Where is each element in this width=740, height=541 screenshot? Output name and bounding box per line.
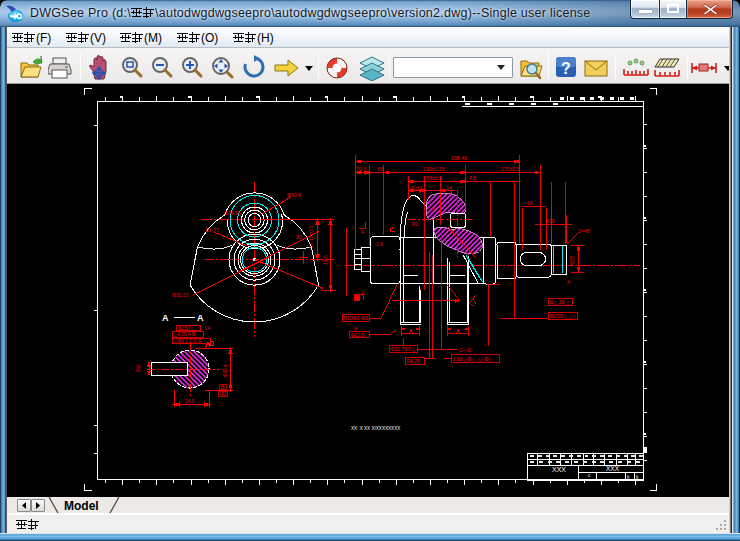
svg-text:Φ△ 25·△: Φ△ 25·△ [550, 299, 570, 305]
svg-text:70.6: 70.6 [356, 166, 366, 172]
svg-text:XXX: XXX [552, 466, 566, 473]
svg-text:Φ3: Φ3 [220, 392, 227, 397]
svg-text:59±0.5: 59±0.5 [426, 175, 442, 181]
svg-text:2×45°: 2×45° [578, 228, 591, 234]
svg-text:298.48: 298.48 [451, 155, 467, 161]
svg-text:Φ25: Φ25 [569, 255, 575, 265]
svg-text:30: 30 [296, 234, 302, 240]
svg-text:13.5: 13.5 [322, 255, 328, 265]
svg-text:Φ30.03: Φ30.03 [172, 292, 189, 298]
svg-text:b: b [636, 475, 639, 480]
svg-text:14: 14 [527, 200, 533, 206]
svg-text:1.6: 1.6 [376, 241, 383, 247]
svg-text:57.15±0.1: 57.15±0.1 [308, 226, 314, 248]
svg-text:14: 14 [446, 185, 452, 191]
svg-text:45: 45 [377, 166, 383, 172]
svg-text:h: h [627, 475, 630, 480]
svg-text:△0.05 A-B: △0.05 A-B [174, 332, 195, 337]
svg-text:B: B [320, 286, 324, 292]
svg-text:R4.76·: R4.76· [407, 358, 422, 364]
svg-text:Φ34.93: Φ34.93 [224, 210, 241, 216]
svg-text:a: a [354, 325, 357, 331]
svg-text:Φ31.75f7△: Φ31.75f7△ [391, 346, 416, 352]
svg-text:XXX: XXX [606, 465, 620, 472]
svg-text:A: A [567, 279, 571, 285]
svg-text:L4: L4 [205, 326, 211, 331]
svg-text:A: A [361, 291, 365, 297]
svg-text:1:10 △Φ△ △△Φ△: 1:10 △Φ△ △△Φ△ [453, 356, 493, 362]
svg-text:Φ20: Φ20 [545, 218, 555, 224]
svg-text:130±0.25: 130±0.25 [423, 166, 445, 172]
svg-text:Φ1.77: Φ1.77 [205, 227, 219, 233]
svg-text:c: c [588, 473, 591, 478]
svg-text:Φ25f7△ △△: Φ25f7△ △△ [550, 313, 577, 319]
svg-text:Φ25f7△: Φ25f7△ [178, 326, 195, 331]
svg-text:7.5: 7.5 [469, 175, 476, 181]
svg-text:B: B [221, 385, 224, 390]
svg-text:6h9: 6h9 [136, 364, 141, 372]
svg-text:170±0.5: 170±0.5 [501, 166, 520, 172]
svg-text:24.5: 24.5 [185, 399, 194, 404]
svg-text:?: ? [561, 60, 571, 77]
svg-text:Φ: Φ [432, 206, 436, 212]
svg-text:R10Φ1·ΦS: R10Φ1·ΦS [344, 315, 370, 321]
svg-text:A: A [162, 313, 169, 323]
svg-text:A: A [197, 313, 204, 323]
svg-text:Φ50.8: Φ50.8 [287, 192, 301, 198]
svg-text:C—D: C—D [459, 347, 472, 353]
svg-text:30±1: 30±1 [411, 185, 423, 191]
svg-text:Φ25.4: Φ25.4 [223, 364, 228, 377]
svg-text:R2: R2 [412, 221, 419, 227]
svg-text:△Φ0.1 C-D·E: △Φ0.1 C-D·E [174, 339, 202, 344]
svg-text:Φ12.5·: Φ12.5· [351, 332, 367, 338]
svg-text:A: A [361, 229, 365, 235]
svg-text:XX: X XX X/XXXXXXXX: XX: X XX X/XXXXXXXX [351, 426, 400, 431]
